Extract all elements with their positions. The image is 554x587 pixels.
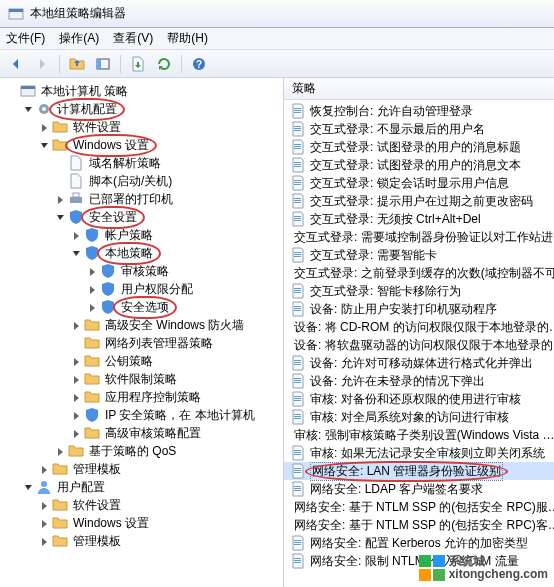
- list-item[interactable]: 交互式登录: 需要域控制器身份验证以对工作站进…: [284, 228, 554, 246]
- collapse-icon[interactable]: [22, 481, 34, 493]
- list-item[interactable]: 设备: 将软盘驱动器的访问权限仅限于本地登录的…: [284, 336, 554, 354]
- expand-icon[interactable]: [54, 445, 66, 457]
- expand-icon[interactable]: [38, 517, 50, 529]
- tree-node[interactable]: 应用程序控制策略: [2, 388, 281, 406]
- list-item[interactable]: 交互式登录: 试图登录的用户的消息标题: [284, 138, 554, 156]
- expand-icon[interactable]: [38, 535, 50, 547]
- list-column-header[interactable]: 策略: [284, 78, 554, 100]
- toolbar-showhide-button[interactable]: [91, 53, 115, 75]
- policy-icon: [290, 157, 306, 173]
- list-item[interactable]: 恢复控制台: 允许自动管理登录: [284, 102, 554, 120]
- list-item[interactable]: 交互式登录: 提示用户在过期之前更改密码: [284, 192, 554, 210]
- tree-node[interactable]: 帐户策略: [2, 226, 281, 244]
- tree-node[interactable]: 安全设置: [2, 208, 281, 226]
- toolbar-help-button[interactable]: ?: [187, 53, 211, 75]
- toolbar-refresh-button[interactable]: [152, 53, 176, 75]
- tree-node[interactable]: 软件设置: [2, 118, 281, 136]
- expand-icon[interactable]: [38, 121, 50, 133]
- toolbar-back-button[interactable]: [4, 53, 28, 75]
- list-item[interactable]: 审核: 如果无法记录安全审核则立即关闭系统: [284, 444, 554, 462]
- toolbar-separator: [181, 55, 182, 73]
- tree-view[interactable]: 本地计算机 策略计算机配置软件设置Windows 设置域名解析策略脚本(启动/关…: [0, 78, 284, 587]
- policy-list[interactable]: 恢复控制台: 允许自动管理登录交互式登录: 不显示最后的用户名交互式登录: 试图…: [284, 100, 554, 587]
- tree-node[interactable]: IP 安全策略，在 本地计算机: [2, 406, 281, 424]
- expand-icon[interactable]: [70, 391, 82, 403]
- menu-action[interactable]: 操作(A): [59, 30, 99, 47]
- expand-icon[interactable]: [70, 409, 82, 421]
- list-item[interactable]: 交互式登录: 不显示最后的用户名: [284, 120, 554, 138]
- list-item[interactable]: 设备: 允许对可移动媒体进行格式化并弹出: [284, 354, 554, 372]
- folder-icon: [84, 353, 100, 369]
- list-item[interactable]: 交互式登录: 智能卡移除行为: [284, 282, 554, 300]
- tree-node[interactable]: 安全选项: [2, 298, 281, 316]
- list-item[interactable]: 审核: 强制审核策略子类别设置(Windows Vista …: [284, 426, 554, 444]
- toolbar-forward-button[interactable]: [30, 53, 54, 75]
- expand-icon[interactable]: [86, 283, 98, 295]
- menu-file[interactable]: 文件(F): [6, 30, 45, 47]
- folder-icon: [52, 533, 68, 549]
- tree-node[interactable]: 已部署的打印机: [2, 190, 281, 208]
- collapse-icon[interactable]: [38, 139, 50, 151]
- policy-icon: [290, 175, 306, 191]
- expand-icon[interactable]: [70, 373, 82, 385]
- tree-node-label: 脚本(启动/关机): [87, 172, 174, 191]
- tree-node[interactable]: 管理模板: [2, 532, 281, 550]
- list-item[interactable]: 交互式登录: 需要智能卡: [284, 246, 554, 264]
- list-item[interactable]: 网络安全: 基于 NTLM SSP 的(包括安全 RPC)客…: [284, 516, 554, 534]
- list-item[interactable]: 审核: 对备份和还原权限的使用进行审核: [284, 390, 554, 408]
- list-item[interactable]: 网络安全: 基于 NTLM SSP 的(包括安全 RPC)服…: [284, 498, 554, 516]
- root-icon: [20, 83, 36, 99]
- expand-icon[interactable]: [70, 427, 82, 439]
- expand-icon[interactable]: [70, 229, 82, 241]
- tree-node-label: 帐户策略: [103, 226, 155, 245]
- tree-node[interactable]: 用户权限分配: [2, 280, 281, 298]
- tree-node[interactable]: 脚本(启动/关机): [2, 172, 281, 190]
- tree-node[interactable]: 公钥策略: [2, 352, 281, 370]
- menu-view[interactable]: 查看(V): [113, 30, 153, 47]
- tree-node[interactable]: 管理模板: [2, 460, 281, 478]
- expand-icon[interactable]: [70, 319, 82, 331]
- collapse-icon[interactable]: [70, 247, 82, 259]
- list-item[interactable]: 网络安全: 配置 Kerberos 允许的加密类型: [284, 534, 554, 552]
- list-item[interactable]: 交互式登录: 无须按 Ctrl+Alt+Del: [284, 210, 554, 228]
- list-item[interactable]: 交互式登录: 之前登录到缓存的次数(域控制器不可…: [284, 264, 554, 282]
- tree-node[interactable]: 本地计算机 策略: [2, 82, 281, 100]
- expand-icon[interactable]: [86, 265, 98, 277]
- policy-label: 网络安全: 限制 NTLM: 传入 NTLM 流量: [310, 553, 519, 570]
- toolbar-export-button[interactable]: [126, 53, 150, 75]
- list-item[interactable]: 网络安全: 限制 NTLM: 传入 NTLM 流量: [284, 552, 554, 570]
- expand-icon[interactable]: [54, 193, 66, 205]
- list-item[interactable]: 交互式登录: 试图登录的用户的消息文本: [284, 156, 554, 174]
- collapse-icon[interactable]: [22, 103, 34, 115]
- list-item[interactable]: 网络安全: LDAP 客户端签名要求: [284, 480, 554, 498]
- tree-node[interactable]: 本地策略: [2, 244, 281, 262]
- expand-icon[interactable]: [38, 463, 50, 475]
- collapse-icon[interactable]: [54, 211, 66, 223]
- list-item[interactable]: 设备: 防止用户安装打印机驱动程序: [284, 300, 554, 318]
- tree-node[interactable]: 用户配置: [2, 478, 281, 496]
- tree-node-label: 安全选项: [119, 298, 171, 317]
- tree-node[interactable]: 软件限制策略: [2, 370, 281, 388]
- tree-node[interactable]: 计算机配置: [2, 100, 281, 118]
- list-item[interactable]: 网络安全: LAN 管理器身份验证级别: [284, 462, 554, 480]
- toolbar-up-button[interactable]: [65, 53, 89, 75]
- list-item[interactable]: 审核: 对全局系统对象的访问进行审核: [284, 408, 554, 426]
- tree-node[interactable]: Windows 设置: [2, 136, 281, 154]
- expand-icon[interactable]: [86, 301, 98, 313]
- expand-icon[interactable]: [70, 355, 82, 367]
- tree-node[interactable]: 审核策略: [2, 262, 281, 280]
- tree-node[interactable]: 域名解析策略: [2, 154, 281, 172]
- tree-node[interactable]: 高级审核策略配置: [2, 424, 281, 442]
- list-item[interactable]: 交互式登录: 锁定会话时显示用户信息: [284, 174, 554, 192]
- tree-node[interactable]: 软件设置: [2, 496, 281, 514]
- tree-node[interactable]: Windows 设置: [2, 514, 281, 532]
- policy-label: 网络安全: LDAP 客户端签名要求: [310, 481, 483, 498]
- expand-icon[interactable]: [38, 499, 50, 511]
- list-item[interactable]: 设备: 将 CD-ROM 的访问权限仅限于本地登录的…: [284, 318, 554, 336]
- tree-node[interactable]: 基于策略的 QoS: [2, 442, 281, 460]
- list-item[interactable]: 设备: 允许在未登录的情况下弹出: [284, 372, 554, 390]
- tree-node[interactable]: 高级安全 Windows 防火墙: [2, 316, 281, 334]
- policy-icon: [290, 193, 306, 209]
- menu-help[interactable]: 帮助(H): [167, 30, 208, 47]
- tree-node[interactable]: 网络列表管理器策略: [2, 334, 281, 352]
